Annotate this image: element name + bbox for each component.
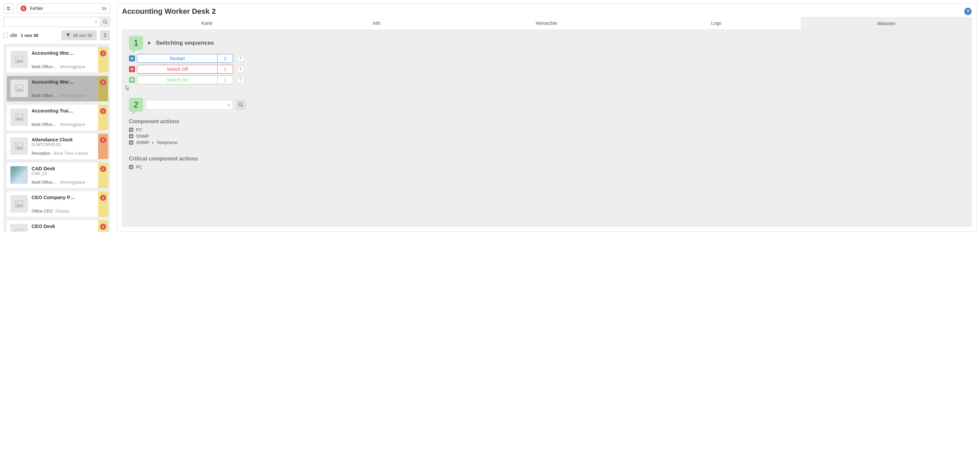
status-stripe: 6 (98, 162, 108, 188)
item-body: Attendance ClockiS-WTCRFID-01ReceptionWo… (32, 134, 98, 159)
action-row: Restart1? (129, 54, 964, 63)
tab-logs[interactable]: Logs (632, 17, 801, 30)
component-row[interactable]: SNMP (129, 133, 964, 139)
plus-icon (130, 57, 134, 60)
component-label: SNMP (136, 134, 149, 139)
list-search-button[interactable] (100, 17, 110, 27)
status-badge: 6 (100, 195, 106, 201)
component-row[interactable]: PC (129, 164, 964, 170)
placeholder-image-icon (15, 113, 24, 121)
thumbnail (10, 224, 28, 232)
status-stripe: 6 (98, 220, 108, 232)
svg-point-7 (17, 116, 18, 117)
help-button[interactable]: ? (964, 8, 972, 15)
action-label: Switch Off (137, 65, 217, 73)
list-item[interactable]: CEO Company Proce…Office CEODisplay6 (7, 191, 108, 217)
tab-aktionen[interactable]: Aktionen (801, 17, 972, 30)
placeholder-image-icon (15, 84, 24, 92)
list-search-input[interactable] (6, 19, 95, 24)
item-type: Workingplace (60, 93, 85, 98)
item-location: Office CEO (32, 209, 53, 213)
svg-point-3 (17, 58, 18, 59)
thumbnail (10, 51, 28, 68)
item-body: CEO Desk (32, 220, 98, 232)
item-type: Workingplace (60, 180, 85, 185)
expand-button[interactable] (129, 165, 133, 169)
svg-line-15 (242, 106, 243, 107)
status-badge: 6 (100, 50, 106, 56)
checkbox-icon (3, 33, 8, 38)
component-row[interactable]: SNMPTelephone (129, 139, 964, 146)
switching-sequences-title: Switching sequences (156, 40, 214, 46)
list-item[interactable]: CEO Desk6 (7, 220, 108, 232)
select-all-checkbox[interactable]: alle (3, 33, 18, 38)
component-search-input[interactable] (149, 102, 228, 107)
device-list[interactable]: Accounting Worker …Multi Office U…Workin… (3, 44, 110, 232)
category-label: Fehler (30, 6, 99, 11)
category-selector[interactable]: 6 Fehler 39 (17, 3, 110, 13)
placeholder-image-icon (15, 200, 24, 208)
action-help-button[interactable]: ? (236, 65, 245, 73)
action-label: Restart (137, 54, 217, 62)
item-location: Reception (32, 151, 50, 156)
item-type: Display (56, 209, 69, 213)
item-body: CAD DeskCAD_13Multi Office G…Workingplac… (32, 162, 98, 188)
expand-button[interactable] (129, 134, 133, 138)
cursor-pointer-icon (124, 84, 130, 92)
thumbnail (10, 108, 28, 126)
component-search-button[interactable] (236, 100, 246, 110)
status-stripe: 6 (98, 191, 108, 217)
add-action-button[interactable] (129, 77, 135, 83)
thumbnail (10, 137, 28, 155)
tab-karte[interactable]: Karte (122, 17, 292, 30)
component-actions-title: Component actions (129, 119, 964, 124)
action-button[interactable]: Restart1 (137, 54, 233, 63)
add-action-button[interactable] (129, 66, 135, 72)
item-title: Accounting Worker … (32, 50, 76, 56)
action-help-button[interactable]: ? (236, 76, 245, 84)
caret-right-icon (152, 141, 154, 144)
category-badge: 6 (21, 5, 27, 11)
item-location: Multi Office U… (32, 93, 57, 98)
action-button[interactable]: Switch Off1 (137, 65, 233, 73)
filter-button[interactable]: 39 von 39 (62, 30, 97, 40)
status-badge: 6 (100, 108, 106, 114)
svg-line-1 (106, 23, 107, 24)
add-action-button[interactable] (129, 56, 135, 62)
plus-icon (130, 166, 133, 169)
search-icon (103, 19, 107, 24)
collapse-panel-button[interactable] (3, 3, 13, 13)
category-count: 39 (102, 6, 107, 11)
svg-rect-12 (15, 229, 23, 232)
component-search-clear-icon[interactable]: × (228, 102, 230, 107)
action-help-button[interactable]: ? (236, 54, 245, 62)
item-body: Accounting Worker …Multi Office U…Workin… (32, 76, 98, 102)
placeholder-image-icon (15, 229, 24, 232)
sort-icon (103, 33, 107, 37)
list-item[interactable]: Accounting Worker …Multi Office U…Workin… (7, 76, 108, 102)
select-all-label: alle (10, 33, 18, 38)
component-row[interactable]: PC (129, 127, 964, 133)
clear-search-icon[interactable]: × (95, 19, 97, 24)
tab-hierarchie[interactable]: Hierarchie (461, 17, 632, 30)
tab-info[interactable]: Info (292, 17, 462, 30)
status-stripe: 6 (98, 105, 108, 130)
item-subtitle: CAD_13 (32, 171, 97, 176)
sort-button[interactable] (100, 30, 110, 40)
list-item[interactable]: CAD DeskCAD_13Multi Office G…Workingplac… (7, 162, 108, 188)
plus-icon (130, 141, 133, 144)
action-button[interactable]: Switch On1 (137, 76, 233, 84)
list-item[interactable]: Attendance ClockiS-WTCRFID-01ReceptionWo… (7, 134, 108, 159)
expand-button[interactable] (129, 140, 133, 145)
list-item[interactable]: Accounting Worker …Multi Office U…Workin… (7, 47, 108, 73)
status-badge: 6 (100, 137, 106, 143)
expand-button[interactable] (129, 127, 133, 132)
component-label: PC (136, 127, 142, 132)
component-search-wrap: × (146, 100, 233, 110)
action-row: Switch Off1? (129, 65, 964, 73)
status-stripe: 6 (98, 47, 108, 73)
plus-icon (130, 135, 133, 138)
section-disclose-button[interactable] (148, 41, 151, 45)
list-item[interactable]: Accounting Trainees …Multi Office U…Work… (7, 105, 108, 130)
plus-icon (130, 67, 134, 71)
